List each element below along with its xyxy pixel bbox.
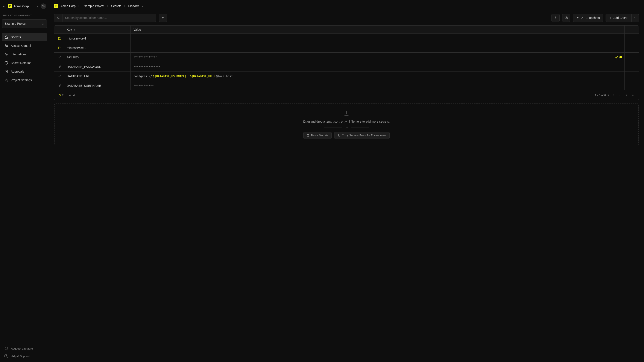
svg-point-8 [57,17,59,18]
sidebar-item-label: Secrets [11,36,21,39]
breadcrumb: P Acme Corp Example Project Secrets Plat… [49,0,644,12]
svg-point-1 [5,45,6,46]
help-support-link[interactable]: ? Help & Support [2,352,47,360]
table-row[interactable]: API_KEY************** [54,52,639,62]
org-name[interactable]: Acme Corp [14,4,35,8]
add-secret-group: Add Secret [606,14,639,22]
row-key: microservice-1 [65,37,130,40]
page-prev-button[interactable] [618,93,622,98]
secrets-table: Key Value microservice-1microservice-2AP… [54,25,639,100]
download-button[interactable] [552,14,560,22]
svg-point-6 [6,80,6,80]
sidebar-item-secrets[interactable]: Secrets [2,33,47,41]
snapshots-button[interactable]: 21 Snapshots [573,14,603,22]
org-badge: P [54,4,58,8]
table-row[interactable]: DATABASE_PASSWORD**************** [54,62,639,72]
svg-point-5 [7,79,7,80]
upload-icon [343,110,350,117]
request-feature-label: Request a feature [11,347,33,350]
clipboard-check-icon [4,70,8,74]
chevron-down-icon[interactable]: ▼ [37,5,39,8]
key-icon [54,65,65,68]
sidebar-item-secret-rotation[interactable]: Secret Rotation [2,59,47,67]
table-row[interactable]: DATABASE_USERNAME************ [54,81,639,90]
pagination: 1 - 6 of 6 ▼ [595,93,635,98]
sidebar-item-project-settings[interactable]: Project Settings [2,76,47,84]
copy-secrets-button[interactable]: Copy Secrets From An Environment [334,132,390,139]
project-selector[interactable]: Example Project [2,19,47,28]
dropzone-text: Drag and drop a .env, .json, or .yml fil… [303,120,390,123]
help-icon: ? [4,354,8,358]
plus-icon [609,16,612,19]
chevron-right-icon [106,5,109,7]
key-icon [69,94,72,96]
page-next-button[interactable] [624,93,629,98]
eye-icon [564,16,568,20]
row-value[interactable] [130,43,624,52]
sidebar-footer: Request a feature ? Help & Support [0,343,49,362]
or-divider: OR [324,126,369,129]
row-value[interactable]: **************** [130,62,624,71]
column-key[interactable]: Key [65,28,130,31]
sidebar-item-access-control[interactable]: Access Control [2,42,47,50]
svg-rect-0 [5,37,8,39]
visibility-button[interactable] [562,14,570,22]
row-actions [624,43,639,52]
row-value[interactable]: ************ [130,81,624,90]
row-actions [624,72,639,81]
sidebar-item-label: Integrations [11,52,26,56]
filter-button[interactable] [159,14,167,22]
row-value[interactable]: postgres://${DATABASE_USERNAME}:${DATABA… [130,72,624,81]
sidebar-item-integrations[interactable]: Integrations [2,50,47,58]
project-selector-toggle[interactable] [39,20,47,28]
copy-icon [338,134,340,137]
breadcrumb-env[interactable]: Platform ▼ [128,4,143,8]
add-secret-label: Add Secret [614,16,628,20]
folder-icon [54,46,65,50]
search-icon [54,14,62,22]
add-secret-dropdown[interactable] [632,14,639,22]
tags-icon[interactable] [615,56,618,59]
row-key: DATABASE_PASSWORD [65,65,130,68]
plug-icon [4,52,8,56]
avatar[interactable]: DH [40,4,46,9]
chevron-down-icon[interactable]: ▼ [608,94,610,96]
toolbar: 21 Snapshots Add Secret [49,12,644,25]
add-secret-button[interactable]: Add Secret [606,14,632,22]
select-all-checkbox[interactable] [58,28,62,31]
page-first-button[interactable] [611,93,616,98]
back-arrow-icon[interactable] [2,4,6,8]
commit-icon [576,16,580,20]
paste-secrets-button[interactable]: Paste Secrets [303,132,332,139]
footer-folder-count: 2 [58,94,64,97]
breadcrumb-secrets[interactable]: Secrets [111,4,121,8]
sidebar-item-label: Access Control [11,44,31,48]
search-input[interactable] [62,16,156,20]
page-last-button[interactable] [630,93,635,98]
dropzone[interactable]: Drag and drop a .env, .json, or .yml fil… [54,104,639,145]
row-value[interactable]: ************** [130,52,624,62]
sidebar-item-label: Approvals [11,70,24,73]
request-feature-link[interactable]: Request a feature [2,345,47,352]
svg-point-3 [6,54,7,55]
table-row[interactable]: DATABASE_URLpostgres://${DATABASE_USERNA… [54,72,639,81]
table-row[interactable]: microservice-2 [54,43,639,52]
footer-secret-count: 4 [69,94,75,97]
sidebar-item-label: Secret Rotation [11,61,32,65]
rotate-icon [4,61,8,65]
key-icon [54,84,65,87]
folder-icon [58,94,61,96]
comment-icon[interactable] [619,56,622,59]
key-icon [54,74,65,78]
sidebar-header: P Acme Corp ▼ DH [0,0,49,12]
svg-point-7 [7,81,8,81]
row-value[interactable] [130,34,624,43]
table-row[interactable]: microservice-1 [54,34,639,43]
chat-icon [4,346,8,350]
chevron-down-icon [634,16,636,19]
breadcrumb-project[interactable]: Example Project [82,4,104,8]
breadcrumb-org[interactable]: Acme Corp [60,4,76,8]
table-footer: 2 4 1 - 6 of 6 ▼ [54,90,639,100]
org-badge: P [8,4,12,8]
sidebar-item-approvals[interactable]: Approvals [2,68,47,76]
